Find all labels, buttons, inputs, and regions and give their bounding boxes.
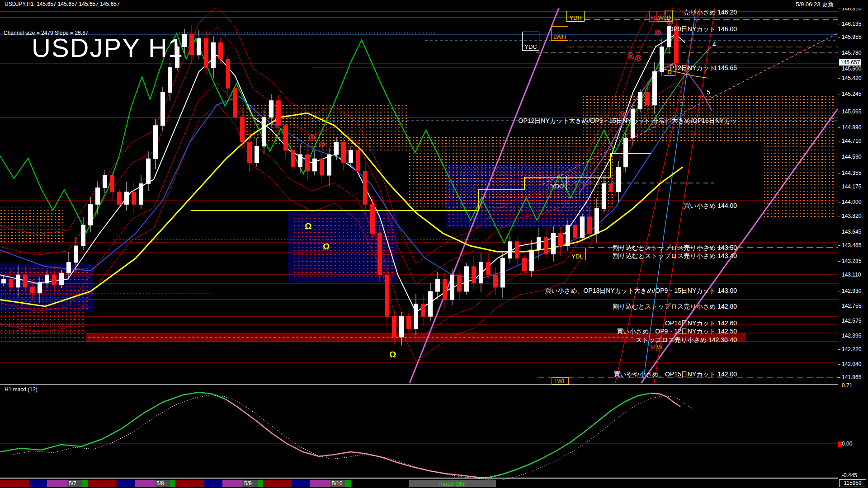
corner-value-box: 115959 (839, 479, 866, 487)
price-chart-canvas[interactable] (0, 0, 868, 488)
price-tick-label: 144.710 (842, 138, 861, 144)
macd-zero-label: 0.00 (842, 441, 852, 447)
pivot-box-d: D (665, 10, 673, 22)
order-annotation: OP9日NYカット 146.00 (669, 25, 737, 33)
axis-tick-mark (838, 202, 840, 202)
projection-number: 5 (707, 89, 710, 96)
pivot-box-ydo: YDO (548, 176, 567, 190)
order-annotation: OP14日NYカット 142.60 (665, 319, 737, 328)
order-annotation: 割り込むとストップロス売り小さめ 142.80 (613, 303, 737, 311)
channel-info-label: Channel size = 2479 Slope = 26.87 (4, 30, 88, 36)
timeline-date: 5/7 (69, 480, 76, 487)
price-tick-label: 142.220 (842, 346, 861, 352)
price-tick-label: 143.285 (842, 258, 861, 264)
timeline-segment (88, 480, 117, 487)
price-tick-label: 145.065 (842, 108, 861, 115)
price-tick-label: 143.820 (842, 213, 861, 219)
timeline-segment (204, 480, 222, 487)
axis-tick-mark (838, 78, 840, 79)
axis-tick-mark (838, 364, 840, 365)
timeline-segment (310, 480, 330, 487)
pivot-box-ydl: YDL (569, 248, 586, 260)
axis-tick-mark (838, 157, 840, 157)
timeline-segment (170, 480, 175, 487)
timeline-divider (0, 478, 838, 479)
chart-header-bar: USDJPY,H1 145.657 145.657 145.657 145.65… (0, 0, 868, 8)
price-tick-label: 142.755 (842, 303, 861, 309)
price-tick-label: 142.930 (842, 288, 861, 294)
axis-tick-mark (838, 232, 840, 232)
macd-pane-divider (0, 384, 838, 385)
timeline-date: 5/9 (244, 480, 252, 487)
timeline-segment (345, 480, 351, 487)
axis-tick-mark (838, 336, 840, 336)
omega-marker: Ω (305, 221, 311, 231)
price-tick-label: 142.575 (842, 318, 861, 324)
timeline-segment (135, 480, 155, 487)
timeline-segment (222, 480, 242, 487)
axis-tick-mark (838, 261, 840, 262)
price-tick-label: 145.245 (842, 91, 861, 97)
price-tick-label: 141.865 (842, 374, 861, 380)
macd-pane (0, 392, 838, 480)
timeline-segment (117, 480, 135, 487)
macd-tick-label: 0.71 (842, 382, 852, 389)
timeline-segment (47, 480, 67, 487)
macd-indicator-label: H1 macd (12) (5, 386, 38, 393)
order-annotation: OP12日NYカット大きめ/OP9・15日NYカット 非常に大きめ/OP16日N… (519, 117, 737, 125)
timeline-segment (258, 480, 263, 487)
axis-tick-mark (838, 321, 840, 321)
timeline-date: 5/8 (156, 480, 164, 487)
price-tick-label: 144.355 (842, 170, 861, 176)
order-annotation: 買い小さめ、OP13日NYカット大きめ/OP9・15日NYカット 143.00 (545, 287, 737, 295)
axis-tick-mark (838, 37, 840, 38)
axis-tick-mark (838, 275, 840, 275)
price-tick-label: 145.780 (842, 50, 861, 56)
macd-tick-label: -0.445 (842, 472, 857, 479)
axis-tick-mark (838, 141, 840, 141)
timeline-segment (175, 480, 204, 487)
axis-tick-mark (838, 69, 840, 69)
order-annotation: 割り込むとストップロス売り小さめ 143.50 (613, 244, 737, 252)
omega-marker: Ω (323, 242, 330, 252)
axis-tick-mark (838, 94, 840, 94)
pivot-box-lwh: LWH (551, 26, 568, 41)
price-tick-label: 145.420 (842, 75, 861, 81)
order-annotation: ストップロス売り小さめ 142.30-40 (636, 336, 737, 344)
omega-marker: Ω (389, 350, 396, 360)
price-tick-label: 142.395 (842, 333, 861, 339)
price-tick-label: 144.000 (842, 199, 861, 205)
current-price-label: 145.657 (839, 59, 861, 66)
axis-tick-mark (838, 53, 840, 53)
price-tick-label: 144.175 (842, 183, 861, 190)
price-tick-label: 146.135 (842, 21, 861, 27)
axis-tick-mark (838, 127, 840, 128)
axis-tick-mark (838, 245, 840, 246)
order-annotation: P12日NYカット 145.65 (670, 64, 737, 72)
price-tick-label: 145.600 (842, 66, 861, 72)
pivot-box-w: W (657, 11, 665, 22)
price-axis: 146.310146.135145.955145.780145.600145.4… (838, 8, 868, 488)
price-tick-label: 143.645 (842, 229, 861, 235)
axis-tick-mark (838, 377, 840, 378)
price-tick-label: 145.955 (842, 34, 861, 40)
price-tick-label: 143.110 (842, 272, 861, 278)
price-tick-label: 142.040 (842, 361, 861, 367)
projection-number: 4 (712, 41, 716, 48)
date-timeline: 5/75/85/95/10macd ON! (0, 480, 838, 487)
update-timestamp: 5/9 06:23 更新 (796, 0, 834, 9)
axis-tick-mark (838, 291, 840, 291)
pivot-box-ydc: YDC (522, 32, 539, 51)
macd-on-button[interactable]: macd ON! (409, 480, 496, 487)
price-tick-label: 143.465 (842, 242, 861, 249)
timeline-segment (292, 480, 310, 487)
timeline-segment (263, 480, 292, 487)
price-tick-label: 144.890 (842, 124, 861, 131)
order-annotation: 売り小さめ 146.20 (684, 9, 737, 17)
timeline-date: 5/10 (332, 480, 342, 487)
pivot-box-ydh: YDH (566, 11, 585, 22)
symbol-quote-text: USDJPY,H1 145.657 145.657 145.657 145.65… (5, 1, 120, 7)
axis-tick-mark (838, 112, 840, 112)
price-tick-label: 144.530 (842, 154, 861, 160)
axis-tick-mark (838, 173, 840, 174)
